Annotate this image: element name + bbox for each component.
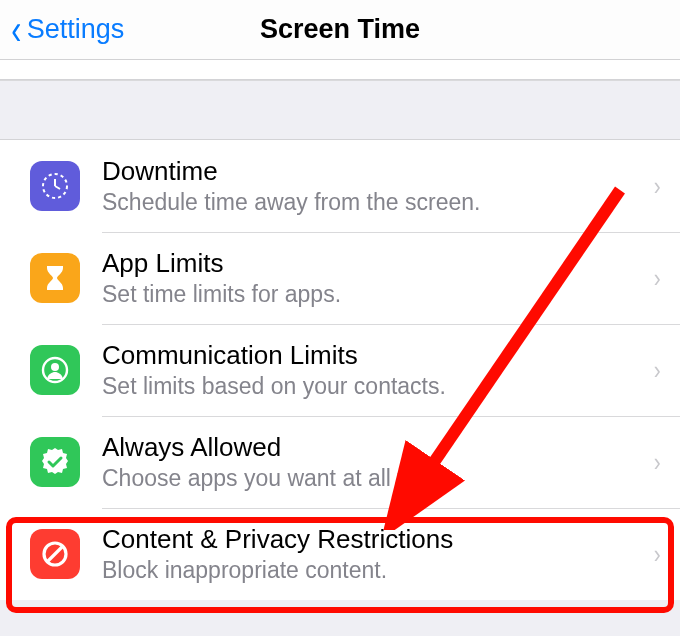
svg-point-4 [51, 363, 59, 371]
chevron-right-icon: › [654, 355, 661, 386]
row-subtitle: Block inappropriate content. [102, 557, 645, 584]
row-subtitle: Set time limits for apps. [102, 281, 645, 308]
row-title: Always Allowed [102, 432, 645, 463]
row-subtitle: Set limits based on your contacts. [102, 373, 645, 400]
section-gap [0, 80, 680, 140]
page-title: Screen Time [260, 14, 420, 45]
hourglass-icon [30, 253, 80, 303]
row-always-allowed[interactable]: Always Allowed Choose apps you want at a… [0, 416, 680, 508]
row-content-privacy-restrictions[interactable]: Content & Privacy Restrictions Block ina… [0, 508, 680, 600]
row-text: Content & Privacy Restrictions Block ina… [102, 524, 645, 584]
chevron-right-icon: › [654, 171, 661, 202]
nosign-icon [30, 529, 80, 579]
row-text: App Limits Set time limits for apps. [102, 248, 645, 308]
row-subtitle: Choose apps you want at all times. [102, 465, 645, 492]
row-subtitle: Schedule time away from the screen. [102, 189, 645, 216]
chevron-right-icon: › [654, 447, 661, 478]
row-title: Communication Limits [102, 340, 645, 371]
row-downtime[interactable]: Downtime Schedule time away from the scr… [0, 140, 680, 232]
settings-list: Downtime Schedule time away from the scr… [0, 140, 680, 600]
chevron-right-icon: › [654, 263, 661, 294]
svg-line-6 [47, 546, 63, 562]
row-title: Downtime [102, 156, 645, 187]
checkbadge-icon [30, 437, 80, 487]
row-text: Communication Limits Set limits based on… [102, 340, 645, 400]
back-button[interactable]: ‹ Settings [10, 11, 124, 49]
chevron-left-icon: ‹ [11, 9, 21, 51]
row-text: Always Allowed Choose apps you want at a… [102, 432, 645, 492]
chevron-right-icon: › [654, 539, 661, 570]
row-title: App Limits [102, 248, 645, 279]
svg-line-2 [55, 186, 60, 189]
back-label: Settings [27, 14, 125, 45]
row-text: Downtime Schedule time away from the scr… [102, 156, 645, 216]
row-communication-limits[interactable]: Communication Limits Set limits based on… [0, 324, 680, 416]
row-app-limits[interactable]: App Limits Set time limits for apps. › [0, 232, 680, 324]
partial-row-peek [0, 60, 680, 80]
header-bar: ‹ Settings Screen Time [0, 0, 680, 60]
contact-icon [30, 345, 80, 395]
row-title: Content & Privacy Restrictions [102, 524, 645, 555]
downtime-icon [30, 161, 80, 211]
